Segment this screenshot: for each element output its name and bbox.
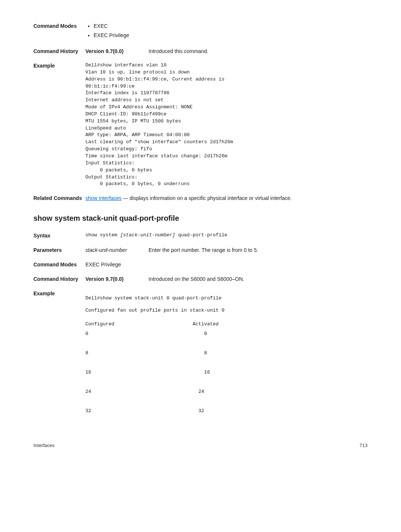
example-line-2: Configured fan out profile ports in stac…: [85, 307, 368, 314]
example-content-2: Dell#show system stack-unit 0 quad-port-…: [85, 290, 368, 416]
example-table: Configured Activated 0 0 8 8 16 16 24: [85, 319, 368, 416]
related-commands-row: Related Commands show interfaces — displ…: [33, 194, 368, 202]
command-modes-row-2: Command Modes EXEC Privilege: [33, 261, 368, 269]
mode-item: EXEC Privilege: [94, 32, 368, 39]
param-desc: Enter the port number. The range is from…: [149, 246, 258, 254]
footer-right: 713: [359, 442, 368, 449]
example-code: Dell#show interfaces vlan 10 Vlan 10 is …: [85, 62, 368, 188]
parameters-label: Parameters: [33, 246, 85, 254]
parameters-content: stack-unit-number Enter the port number.…: [85, 246, 368, 254]
command-modes-content-2: EXEC Privilege: [85, 261, 368, 269]
example-line-1: Dell#show system stack-unit 0 quad-port-…: [85, 295, 368, 302]
related-commands-content: show interfaces — displays information o…: [85, 194, 368, 202]
section-heading: show system stack-unit quad-port-profile: [33, 213, 368, 224]
command-history-label: Command History: [33, 47, 85, 55]
syntax-italic: [stack-unit-number]: [120, 232, 175, 238]
example-label: Example: [33, 62, 85, 188]
command-history-content: Version 9.7(0.0) Introduced this command…: [85, 47, 368, 55]
syntax-suffix: quad-port-profile: [175, 232, 227, 238]
show-interfaces-link[interactable]: show interfaces: [85, 195, 121, 201]
syntax-row: Syntax show system [stack-unit-number] q…: [33, 232, 368, 240]
page-footer: Interfaces 713: [33, 442, 368, 449]
footer-left: Interfaces: [33, 442, 55, 449]
command-history-row-2: Command History Version 9.7(0.0) Introdu…: [33, 275, 368, 283]
command-modes-label: Command Modes: [33, 22, 85, 41]
command-history-row: Command History Version 9.7(0.0) Introdu…: [33, 47, 368, 55]
command-modes-content: EXEC EXEC Privilege: [85, 22, 368, 41]
syntax-content: show system [stack-unit-number] quad-por…: [85, 232, 368, 240]
param-name: stack-unit-number: [85, 246, 149, 254]
example-label-2: Example: [33, 290, 85, 416]
command-history-content-2: Version 9.7(0.0) Introduced on the S6000…: [85, 275, 368, 283]
related-rest: — displays information on a specific phy…: [121, 195, 291, 201]
parameters-row: Parameters stack-unit-number Enter the p…: [33, 246, 368, 254]
version-desc-2: Introduced on the S6000 and S6000–ON.: [149, 275, 244, 283]
related-commands-label: Related Commands: [33, 194, 85, 202]
example-row: Example Dell#show interfaces vlan 10 Vla…: [33, 62, 368, 188]
command-history-label-2: Command History: [33, 275, 85, 283]
syntax-prefix: show system: [85, 232, 120, 238]
example-content: Dell#show interfaces vlan 10 Vlan 10 is …: [85, 62, 368, 188]
syntax-label: Syntax: [33, 232, 85, 240]
version-label-2: Version 9.7(0.0): [85, 275, 149, 283]
mode-item: EXEC: [94, 22, 368, 30]
example-row-2: Example Dell#show system stack-unit 0 qu…: [33, 290, 368, 416]
version-label: Version 9.7(0.0): [85, 47, 149, 55]
version-desc: Introduced this command.: [149, 47, 208, 55]
command-modes-row: Command Modes EXEC EXEC Privilege: [33, 22, 368, 41]
command-modes-label-2: Command Modes: [33, 261, 85, 269]
